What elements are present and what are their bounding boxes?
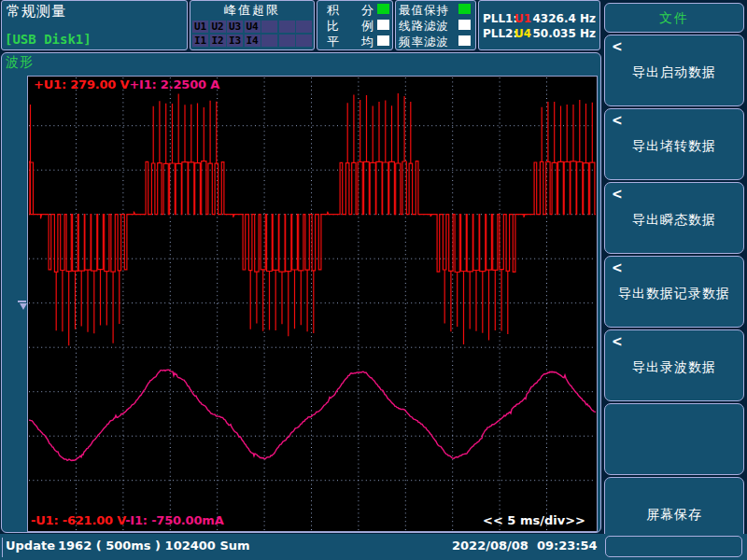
waveform-canvas	[29, 77, 596, 530]
sidebar-button-label: 导出瞬态数据	[605, 212, 743, 229]
statusbar-left-tick	[2, 538, 3, 557]
filter-indicator-square	[458, 20, 471, 30]
i1-window-top-label: +I1: 2.2500 A	[129, 77, 219, 91]
i1-window-bottom-label: -I1: -750.00mA	[125, 513, 223, 527]
peak-indicator-cell: I4	[245, 35, 261, 47]
peak-indicator-cell	[296, 35, 312, 47]
sidebar-buttons: < 导出启动数据 < 导出堵转数据 < 导出瞬态数据 < 导出数据记录数据	[604, 35, 744, 551]
peak-indicator-cell	[296, 21, 312, 33]
peak-indicator-cell: U3	[227, 21, 243, 33]
peak-indicator-cell: U4	[245, 21, 261, 33]
pll-frequency-value: 50.035 Hz	[532, 27, 596, 40]
filter-label: 线路滤波	[399, 19, 449, 35]
sidebar-button[interactable]: < 导出数据记录数据	[604, 256, 744, 328]
pll-name-label: PLL2:	[483, 27, 514, 40]
sidebar-button[interactable]: < 导出堵转数据	[604, 108, 744, 180]
mode-row: 比 例	[317, 18, 392, 34]
peak-indicator-cell: U2	[210, 21, 226, 33]
mode-row: 积 分	[317, 2, 392, 18]
integration-mode-panel: 积 分 比 例 平 均	[317, 0, 393, 50]
sidebar-button[interactable]: < 导出瞬态数据	[604, 182, 744, 254]
mode-char-1: 比	[327, 18, 339, 35]
sidebar-button-label: 导出录波数据	[605, 359, 743, 376]
sidebar-button[interactable]: < 导出启动数据	[604, 35, 744, 106]
timebase-label: << 5 ms/div>>	[483, 513, 585, 527]
mode-char-2: 分	[361, 2, 374, 19]
usb-disk-status: [USB Disk1]	[5, 32, 92, 47]
peak-indicator-row: I1 I2 I3 I4	[192, 35, 312, 47]
pll-frequency-value: 4326.4 Hz	[532, 12, 596, 25]
upper-scale-labels: +U1: 279.00 V+I1: 2.2500 A	[34, 77, 219, 91]
mode-row: 平 均	[317, 34, 392, 49]
sidebar-button[interactable]: <	[604, 403, 744, 475]
back-arrow-icon: <	[612, 332, 623, 349]
filter-indicator-square	[458, 4, 471, 14]
filter-row: 线路滤波	[396, 18, 475, 34]
sidebar-button-label: 导出数据记录数据	[605, 286, 743, 302]
sidebar-button[interactable]: < 导出录波数据	[604, 329, 744, 401]
update-label: Update	[6, 539, 55, 553]
statusbar-right-box	[605, 536, 742, 557]
filter-indicator-square	[458, 35, 471, 46]
back-arrow-icon: <	[612, 111, 623, 128]
u1-window-top-label: +U1: 279.00 V	[34, 77, 129, 91]
peak-indicator-cell	[261, 35, 277, 47]
filter-row: 最值保持	[396, 2, 475, 18]
pll-panel: PLL1: U1 4326.4 Hz PLL2: U4 50.035 Hz	[478, 0, 600, 50]
peak-indicator-cell: U1	[192, 21, 208, 33]
mode-indicator-square	[377, 4, 389, 14]
mode-char-1: 积	[327, 2, 339, 19]
filter-row: 频率滤波	[396, 34, 475, 49]
mode-indicator-square	[377, 35, 389, 46]
measurement-mode-panel: 常规测量 [USB Disk1]	[1, 0, 188, 50]
filter-label: 频率滤波	[399, 35, 449, 50]
waveform-panel: 波形 +U1: 279.00 V+I1: 2.2500 A -U1: -621.…	[1, 52, 601, 533]
lower-scale-labels: -U1: -621.00 V-I1: -750.00mA	[31, 513, 224, 527]
datetime-label: 2022/08/08 09:23:54	[452, 539, 598, 553]
peak-indicator-row: U1 U2 U3 U4	[192, 21, 312, 33]
peak-indicator-grid: U1 U2 U3 U4	[190, 19, 314, 47]
softkey-sidebar: 文件 < 导出启动数据 < 导出堵转数据 < 导出瞬态数据	[603, 0, 747, 560]
sidebar-button-label: 导出启动数据	[605, 64, 743, 81]
peak-over-limit-title: 峰值超限	[190, 2, 314, 19]
peak-indicator-cell	[261, 21, 277, 33]
waveform-panel-title: 波形	[6, 54, 34, 71]
pll-row: PLL1: U1 4326.4 Hz	[483, 11, 596, 26]
back-arrow-icon: <	[612, 185, 623, 202]
pll-source-label: U4	[514, 27, 532, 40]
waveform-plot: +U1: 279.00 V+I1: 2.2500 A -U1: -621.00 …	[27, 76, 598, 532]
peak-indicator-cell: I2	[210, 35, 226, 47]
status-bar: Update 1962 ( 500ms ) 102400 Sum 2022/08…	[0, 534, 747, 560]
back-arrow-icon: <	[612, 259, 623, 275]
mode-char-2: 均	[361, 34, 374, 50]
measurement-mode-label: 常规测量	[7, 3, 66, 21]
peak-over-limit-panel: 峰值超限 U1 U2 U3 U4	[190, 0, 315, 50]
peak-indicator-cell: I3	[227, 35, 243, 47]
filter-panel: 最值保持 线路滤波 频率滤波	[395, 0, 476, 50]
analyzer-screen: 常规测量 [USB Disk1] 峰值超限 U1 U2 U3 U4	[0, 0, 747, 560]
sidebar-button-label: 导出堵转数据	[605, 138, 743, 155]
pll-source-label: U1	[514, 12, 532, 25]
sidebar-title-file: 文件	[604, 3, 744, 33]
peak-indicator-cell: I1	[192, 35, 208, 47]
peak-indicator-cell	[279, 21, 295, 33]
trigger-marker-icon	[18, 301, 26, 312]
filter-label: 最值保持	[399, 3, 449, 19]
u1-window-bottom-label: -U1: -621.00 V	[31, 513, 125, 527]
pll-row: PLL2: U4 50.035 Hz	[483, 26, 596, 41]
pll-name-label: PLL1:	[483, 12, 514, 25]
mode-char-1: 平	[327, 34, 339, 50]
sidebar-button-label: 屏幕保存	[605, 507, 743, 524]
peak-indicator-cell	[279, 35, 295, 47]
back-arrow-icon: <	[612, 37, 623, 54]
update-count-value: 1962 ( 500ms ) 102400 Sum	[58, 539, 250, 553]
mode-indicator-square	[377, 20, 389, 30]
mode-char-2: 例	[361, 18, 374, 35]
